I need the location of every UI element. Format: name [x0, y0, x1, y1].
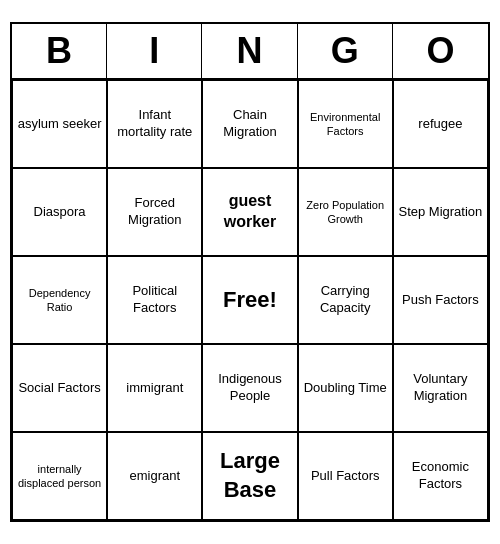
bingo-cell-18[interactable]: Doubling Time	[298, 344, 393, 432]
bingo-cell-9[interactable]: Step Migration	[393, 168, 488, 256]
bingo-cell-1[interactable]: Infant mortality rate	[107, 80, 202, 168]
bingo-cell-0[interactable]: asylum seeker	[12, 80, 107, 168]
bingo-letter-o: O	[393, 24, 488, 78]
bingo-cell-22[interactable]: Large Base	[202, 432, 297, 520]
bingo-cell-4[interactable]: refugee	[393, 80, 488, 168]
bingo-cell-15[interactable]: Social Factors	[12, 344, 107, 432]
bingo-letter-i: I	[107, 24, 202, 78]
bingo-cell-11[interactable]: Political Factors	[107, 256, 202, 344]
bingo-card: BINGO asylum seekerInfant mortality rate…	[10, 22, 490, 522]
bingo-letter-b: B	[12, 24, 107, 78]
bingo-cell-7[interactable]: guest worker	[202, 168, 297, 256]
bingo-cell-13[interactable]: Carrying Capacity	[298, 256, 393, 344]
bingo-cell-10[interactable]: Dependency Ratio	[12, 256, 107, 344]
bingo-letter-g: G	[298, 24, 393, 78]
bingo-cell-2[interactable]: Chain Migration	[202, 80, 297, 168]
bingo-letter-n: N	[202, 24, 297, 78]
bingo-cell-19[interactable]: Voluntary Migration	[393, 344, 488, 432]
bingo-grid: asylum seekerInfant mortality rateChain …	[12, 80, 488, 520]
bingo-cell-16[interactable]: immigrant	[107, 344, 202, 432]
bingo-cell-17[interactable]: Indigenous People	[202, 344, 297, 432]
bingo-cell-20[interactable]: internally displaced person	[12, 432, 107, 520]
bingo-cell-12[interactable]: Free!	[202, 256, 297, 344]
bingo-cell-8[interactable]: Zero Population Growth	[298, 168, 393, 256]
bingo-cell-3[interactable]: Environmental Factors	[298, 80, 393, 168]
bingo-header: BINGO	[12, 24, 488, 80]
bingo-cell-24[interactable]: Economic Factors	[393, 432, 488, 520]
bingo-cell-21[interactable]: emigrant	[107, 432, 202, 520]
bingo-cell-23[interactable]: Pull Factors	[298, 432, 393, 520]
bingo-cell-6[interactable]: Forced Migration	[107, 168, 202, 256]
bingo-cell-5[interactable]: Diaspora	[12, 168, 107, 256]
bingo-cell-14[interactable]: Push Factors	[393, 256, 488, 344]
